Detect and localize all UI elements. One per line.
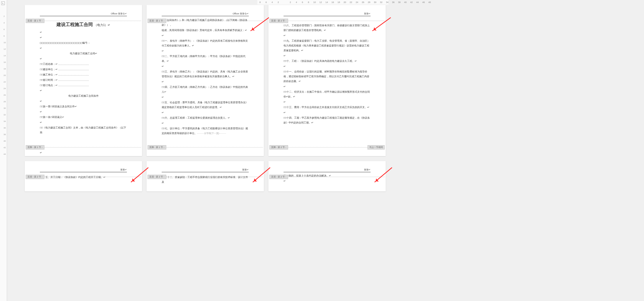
field-sign-date: □□签订时间：↵ — [40, 78, 127, 82]
pages-row-1: Officer 形形仑↵ 页眉 - 第 1 节 - 建设工程施工合同 （电力1）… — [7, 5, 644, 156]
page-header[interactable]: 形形↵ — [284, 5, 371, 16]
ruler-tick: 44 — [416, 1, 419, 4]
ruler-tick: 4 — [295, 1, 298, 4]
ruler-tick: 8 — [4, 35, 5, 37]
page-6[interactable]: 形形↵ 页眉 - 第 2 节 - 能一致的，按第３０条约定的办法解决。↵ ↵ — [268, 161, 386, 191]
ruler-tick: 26 — [4, 94, 6, 96]
ruler-tick: 24 — [355, 1, 359, 4]
ruler-tick: 14 — [4, 55, 6, 57]
ruler-tick: 14 — [325, 1, 328, 4]
ruler-tick: 2 — [4, 15, 5, 17]
page-5[interactable]: 形形↵ 页眉 - 第 2 节 - □□二十二、质量缺陷：工程不符合国家或行业现行… — [147, 161, 264, 191]
ruler-tick: 12 — [319, 1, 322, 4]
article-1: □□第一条□词语涵义↵ — [40, 115, 127, 119]
page-header[interactable]: 形形↵ — [284, 161, 371, 172]
ruler-tick: 22 — [4, 81, 6, 83]
doc-title: 建设工程施工合同 — [57, 22, 93, 27]
ruler-tick: 16 — [331, 1, 334, 4]
ruler-tick: 38 — [398, 1, 401, 4]
body-text: □□《电力建设工程施工合同》文本，由《电力建设工程施工合同条件》（以下简 — [40, 125, 127, 135]
ruler-tick: 34 — [4, 120, 6, 122]
page-4[interactable]: 形形↵ 页眉 - 第 2 节 - □□十五、开工日期：《协议条款》约定的工程开工… — [25, 161, 142, 191]
ruler-tick: 6 — [4, 28, 5, 31]
ruler-tick: 26 — [361, 1, 365, 4]
page-header[interactable]: Officer 形形仑↵ — [40, 5, 127, 16]
page-body[interactable]: 能一致的，按第３０条约定的办法解决。↵ ↵ — [268, 172, 386, 186]
field-build-unit: □□建设单位：↵ — [40, 67, 127, 72]
ruler-tick: 4 — [4, 22, 5, 24]
ruler-tick: 22 — [349, 1, 353, 4]
ruler-tick: 32 — [379, 1, 383, 4]
header-section-tag: 页眉 - 第 2 节 - — [269, 19, 288, 23]
header-section-tag: 页眉 - 第 2 节 - — [269, 175, 288, 179]
ruler-tick: 36 — [4, 127, 6, 129]
ruler-tick: 8 — [307, 1, 310, 4]
ruler-tick: 18 — [337, 1, 341, 4]
ruler-tick: 28 — [4, 101, 6, 103]
ruler-tick: 30 — [373, 1, 377, 4]
page-body[interactable]: 称《合同条件》）和《电力建设工程施工合同协议条款》（以下简称《协议条款》）， 组… — [147, 16, 264, 139]
field-project-name: □□工程名称：↵ — [40, 62, 127, 66]
page-header[interactable]: 形形↵ — [40, 161, 127, 172]
ruler-tick: 20 — [343, 1, 347, 4]
section-break: ···········分节符(下一页)··········· — [197, 132, 226, 135]
ruler-tick: 30 — [4, 107, 6, 109]
ruler-tick: 10 — [313, 1, 316, 4]
serial-box-line: □□□□□□□□□□□□□□□□□□□□□□□□编号： — [40, 40, 127, 45]
ruler-tick: 28 — [367, 1, 371, 4]
footer-same-as-prev: 与上一节相同 — [368, 145, 385, 149]
page-1[interactable]: Officer 形形仑↵ 页眉 - 第 1 节 - 建设工程施工合同 （电力1）… — [25, 5, 142, 156]
page-body[interactable]: ↵ □□八、工程造价管理部门：国务院各有关部门、各级建设行政主管部门或加上部门授… — [268, 16, 386, 128]
header-section-tag: 页眉 - 第 1 节 - — [148, 19, 166, 23]
ruler-tick: 6 — [264, 1, 268, 4]
ruler-tick: 48 — [428, 1, 431, 4]
chapter-heading: □□第一章□词语涵义及合同文件↵ — [40, 104, 127, 109]
page-header[interactable]: 形形↵ — [162, 161, 249, 172]
page-body[interactable]: 建设工程施工合同 （电力1）↵ ↵ ↵ □□□□□□□□□□□□□□□□□□□□… — [25, 16, 142, 138]
footer-section-tag: 页脚 - 第 1 节 - — [26, 145, 44, 149]
ruler-tick: 12 — [4, 48, 6, 50]
page-2[interactable]: Officer 形形仑↵ 页眉 - 第 1 节 - 称《合同条件》）和《电力建设… — [147, 5, 264, 156]
ruler-tick: 18 — [4, 68, 6, 70]
ruler-tick: 42 — [4, 146, 6, 149]
ruler-tick: 24 — [4, 87, 6, 90]
ruler-tick: 40 — [4, 140, 6, 142]
subtitle: 电力建设工程施工合同↵ — [40, 51, 127, 56]
vertical-ruler[interactable]: L 24681012141618202224262830323436384042… — [0, 0, 7, 301]
ruler-tick: 6 — [301, 1, 304, 4]
page-3[interactable]: 形形↵ 页眉 - 第 2 节 - ↵ □□八、工程造价管理部门：国务院各有关部门… — [268, 5, 386, 156]
ruler-tick: 42 — [410, 1, 413, 4]
ruler-tick: 40 — [404, 1, 407, 4]
ruler-tick: 44 — [4, 153, 6, 155]
page-header[interactable]: Officer 形形仑↵ — [162, 5, 249, 16]
field-construct-unit: □□施工单位：↵ — [40, 72, 127, 77]
subtitle-conditions: 电力建设工程施工合同条件 — [40, 93, 127, 98]
footer-section-tag: 页脚 - 第 2 节 - — [269, 145, 288, 149]
ruler-tick: 32 — [4, 114, 6, 116]
ruler-tick: 16 — [4, 61, 6, 63]
ruler-tick: 8 — [258, 1, 262, 4]
ruler-tick: 20 — [4, 74, 6, 77]
pages-row-2: 形形↵ 页眉 - 第 2 节 - □□十五、开工日期：《协议条款》约定的工程开工… — [7, 161, 644, 191]
ruler-tick: 4 — [270, 1, 274, 4]
header-section-tag: 页眉 - 第 1 节 - — [26, 19, 44, 23]
ruler-tick: 2 — [289, 1, 292, 4]
ruler-tick: 38 — [4, 133, 6, 136]
ruler-tick: 36 — [391, 1, 395, 4]
ruler-tick: 34 — [385, 1, 389, 4]
page-body[interactable]: □□二十二、质量缺陷：工程不符合国家或行业现行的有关技术标准、设计文件及 — [147, 172, 264, 187]
ruler-tick: 2 — [276, 1, 280, 4]
horizontal-ruler[interactable]: 8642246810121416182022242628303234363840… — [257, 0, 388, 5]
doc-title-sub: （电力1）↵ — [94, 23, 110, 27]
header-section-tag: 页眉 - 第 2 节 - — [26, 175, 44, 179]
tab-stop-indicator[interactable]: L — [1, 2, 5, 5]
footer-section-tag: 页脚 - 第 1 节 - — [148, 145, 166, 149]
header-section-tag: 页眉 - 第 2 节 - — [148, 175, 166, 179]
ruler-tick: 46 — [422, 1, 425, 4]
document-workspace: Officer 形形仑↵ 页眉 - 第 1 节 - 建设工程施工合同 （电力1）… — [7, 5, 644, 301]
ruler-tick: 10 — [4, 41, 6, 44]
field-sign-place: □□签订地点：↵ — [40, 83, 127, 88]
